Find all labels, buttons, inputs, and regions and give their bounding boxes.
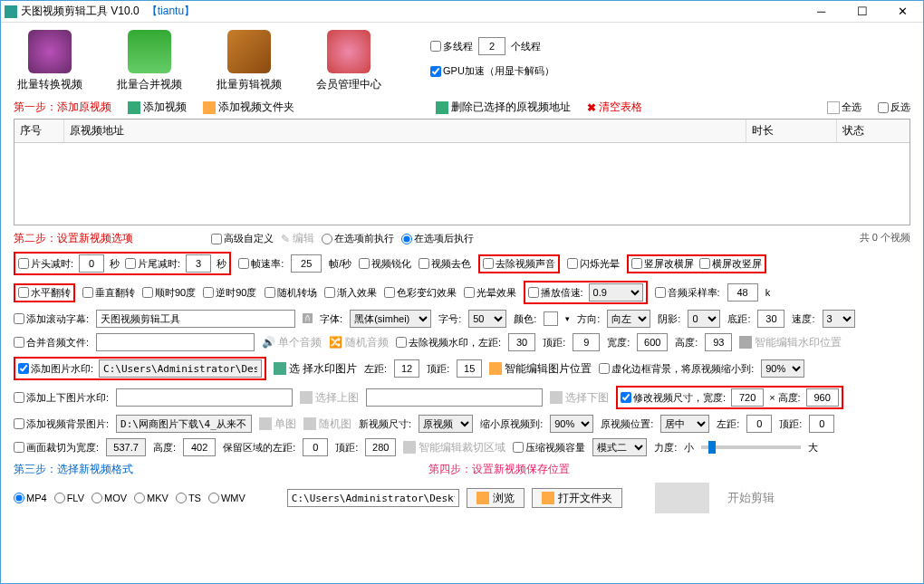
wmv-radio[interactable]: WMV (208, 493, 245, 503)
save-path-input[interactable] (287, 489, 459, 507)
fontsize-select[interactable]: 50 (468, 310, 506, 328)
colorshift-checkbox[interactable]: 色彩变幻效果 (384, 286, 457, 300)
tail-cut-checkbox[interactable]: 片尾减时: (125, 257, 180, 271)
shrink-select[interactable]: 90% (550, 415, 593, 433)
multithread-checkbox[interactable]: 多线程 (430, 40, 473, 53)
crop-w-input[interactable] (106, 438, 146, 456)
cw90-checkbox[interactable]: 顺时90度 (142, 286, 196, 300)
delete-selected-button[interactable]: 删除已选择的原视频地址 (436, 100, 571, 115)
resize-checkbox[interactable]: 修改视频尺寸，宽度: (621, 391, 726, 405)
remove-wm-checkbox[interactable]: 去除视频水印，左距: (396, 336, 501, 349)
crop-h-input[interactable] (183, 438, 216, 456)
add-folder-button[interactable]: 添加视频文件夹 (203, 100, 294, 115)
advanced-checkbox[interactable]: 高级自定义 (211, 232, 274, 245)
subtitle-checkbox[interactable]: 添加滚动字幕: (14, 312, 89, 326)
smart-wm-button[interactable]: 智能编辑水印位置 (739, 335, 842, 350)
random-audio-button[interactable]: 🔀随机音频 (329, 335, 389, 350)
add-bg-checkbox[interactable]: 添加视频背景图片: (14, 417, 109, 431)
speed-select[interactable]: 0.9 (589, 283, 643, 302)
speed-checkbox[interactable]: 播放倍速: (528, 286, 583, 300)
batch-edit-button[interactable]: 批量剪辑视频 (213, 30, 285, 92)
open-folder-button[interactable]: 打开文件夹 (532, 488, 622, 508)
add-video-button[interactable]: 添加视频 (128, 100, 187, 115)
single-img-button[interactable]: 单图 (259, 416, 296, 432)
keep-left-input[interactable] (303, 438, 328, 456)
browse-button[interactable]: 浏览 (467, 488, 525, 508)
glow-checkbox[interactable]: 光晕效果 (464, 286, 516, 300)
samplerate-input[interactable] (727, 283, 758, 302)
wm-w-input[interactable] (637, 333, 668, 351)
single-audio-button[interactable]: 🔊单个音频 (262, 335, 322, 350)
start-button-icon[interactable] (655, 483, 709, 513)
wm-path-input[interactable] (99, 359, 262, 378)
keep-top-input[interactable] (365, 438, 396, 456)
audio-path-input[interactable] (96, 333, 255, 351)
after-radio[interactable]: 在选项后执行 (401, 232, 474, 245)
merge-audio-checkbox[interactable]: 合并音频文件: (14, 336, 89, 349)
speed2-select[interactable]: 3 (823, 310, 855, 328)
wm2-left-input[interactable] (394, 359, 419, 378)
random-checkbox[interactable]: 随机转场 (265, 286, 317, 300)
add-tb-checkbox[interactable]: 添加上下图片水印: (14, 391, 109, 405)
head-cut-checkbox[interactable]: 片头减时: (18, 257, 73, 271)
samplerate-checkbox[interactable]: 音频采样率: (655, 286, 720, 300)
random-img-button[interactable]: 随机图 (303, 416, 351, 432)
font-select[interactable]: 黑体(simhei) (350, 310, 431, 328)
flv-radio[interactable]: FLV (54, 493, 84, 503)
v2h-checkbox[interactable]: 竖屏改横屏 (631, 257, 694, 271)
maximize-button[interactable]: ☐ (842, 1, 882, 23)
smart-img-button[interactable]: 智能编辑图片位置 (489, 361, 592, 377)
crop-checkbox[interactable]: 画面裁切为宽度: (14, 441, 99, 455)
shadow-select[interactable]: 0 (688, 310, 720, 328)
color-picker[interactable] (544, 311, 558, 326)
res-w-input[interactable] (731, 388, 764, 407)
wm-h-input[interactable] (705, 333, 732, 351)
before-radio[interactable]: 在选项前执行 (322, 232, 394, 245)
wm2-top-input[interactable] (457, 359, 482, 378)
blur-border-checkbox[interactable]: 虚化边框背景，将原视频缩小到: (599, 362, 754, 376)
mkv-radio[interactable]: MKV (134, 493, 168, 503)
threads-input[interactable] (478, 37, 505, 55)
member-center-button[interactable]: 会员管理中心 (313, 30, 385, 92)
hflip-checkbox[interactable]: 水平翻转 (18, 286, 71, 300)
compress-mode-select[interactable]: 模式二 (592, 438, 647, 456)
batch-convert-button[interactable]: 批量转换视频 (14, 30, 86, 92)
select-all-checkbox[interactable]: 全选 (827, 101, 861, 114)
ts-radio[interactable]: TS (176, 493, 201, 503)
flash-checkbox[interactable]: 闪烁光晕 (567, 257, 620, 271)
close-button[interactable]: ✕ (882, 1, 923, 23)
sharpen-checkbox[interactable]: 视频锐化 (359, 257, 411, 271)
bg-path-input[interactable] (116, 415, 252, 433)
dir-select[interactable]: 向左 (607, 310, 650, 328)
select-bot-button[interactable]: 选择下图 (550, 390, 609, 406)
mov-radio[interactable]: MOV (91, 493, 127, 503)
smart-crop-button[interactable]: 智能编辑裁切区域 (403, 440, 505, 455)
strength-slider[interactable] (701, 445, 801, 449)
bot-img-input[interactable] (366, 388, 543, 407)
fadein-checkbox[interactable]: 渐入效果 (324, 286, 377, 300)
orig-pos-select[interactable]: 居中 (660, 415, 709, 433)
gpu-checkbox[interactable]: GPU加速（用显卡解码） (430, 64, 554, 78)
wm-left-input[interactable] (508, 333, 535, 351)
vflip-checkbox[interactable]: 垂直翻转 (82, 286, 135, 300)
head-cut-input[interactable] (79, 254, 104, 273)
bottom-input[interactable] (757, 310, 784, 328)
tail-cut-input[interactable] (186, 254, 211, 273)
edit-button[interactable]: ✎编辑 (281, 231, 314, 246)
mp4-radio[interactable]: MP4 (14, 493, 47, 503)
subtitle-input[interactable] (96, 310, 295, 328)
res-h-input[interactable] (806, 388, 839, 407)
grid-body[interactable] (14, 143, 910, 225)
pos-top-input[interactable] (809, 415, 834, 433)
desat-checkbox[interactable]: 视频去色 (419, 257, 471, 271)
ccw90-checkbox[interactable]: 逆时90度 (203, 286, 256, 300)
wm-top-input[interactable] (573, 333, 600, 351)
new-size-select[interactable]: 原视频 (419, 415, 473, 433)
select-wm-button[interactable]: 选择水印图片 (274, 361, 357, 377)
minimize-button[interactable]: ─ (801, 1, 842, 23)
remove-audio-checkbox[interactable]: 去除视频声音 (483, 257, 555, 271)
pos-left-input[interactable] (746, 415, 772, 433)
batch-merge-button[interactable]: 批量合并视频 (113, 30, 186, 92)
add-wm-checkbox[interactable]: 添加图片水印: (18, 362, 93, 376)
fps-checkbox[interactable]: 帧速率: (238, 257, 284, 271)
